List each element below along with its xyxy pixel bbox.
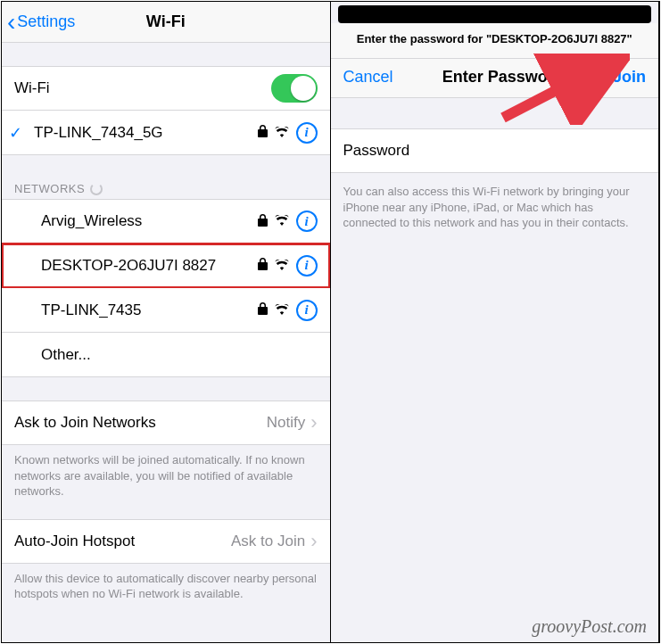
- wifi-toggle[interactable]: [271, 74, 318, 103]
- networks-section-header: NETWORKS: [2, 175, 330, 199]
- network-row-highlighted[interactable]: DESKTOP-2O6JU7I 8827 i: [2, 244, 330, 288]
- lock-icon: [258, 302, 268, 318]
- lock-icon: [258, 125, 268, 140]
- network-name: DESKTOP-2O6JU7I 8827: [41, 257, 251, 275]
- wifi-settings-pane: ‹ Settings Wi-Fi Wi-Fi ✓ TP-LINK_7434_5G: [2, 2, 331, 642]
- wifi-icon: [275, 213, 289, 229]
- password-row[interactable]: Password: [331, 128, 659, 173]
- auto-join-hotspot-row[interactable]: Auto-Join Hotspot Ask to Join ›: [2, 519, 330, 564]
- network-row[interactable]: TP-LINK_7435 i: [2, 288, 330, 333]
- info-icon[interactable]: i: [296, 255, 318, 277]
- info-icon[interactable]: i: [296, 211, 318, 232]
- other-network-row[interactable]: Other...: [2, 333, 330, 377]
- ask-to-join-value: Notify: [267, 414, 305, 432]
- password-help-text: You can also access this Wi-Fi network b…: [331, 173, 659, 238]
- cancel-button[interactable]: Cancel: [343, 68, 393, 87]
- chevron-right-icon: ›: [310, 411, 317, 434]
- network-name: Arvig_Wireless: [41, 212, 251, 230]
- password-dialog-pane: Enter the password for "DESKTOP-2O6JU7I …: [331, 2, 660, 642]
- ask-to-join-row[interactable]: Ask to Join Networks Notify ›: [2, 400, 330, 445]
- lock-icon: [258, 258, 268, 273]
- other-label: Other...: [41, 346, 318, 364]
- lock-icon: [258, 214, 268, 229]
- connected-network-row[interactable]: ✓ TP-LINK_7434_5G i: [2, 111, 330, 155]
- auto-join-footer: Allow this device to automatically disco…: [2, 564, 330, 609]
- check-icon: ✓: [9, 123, 29, 143]
- network-name: TP-LINK_7435: [41, 301, 251, 319]
- dialog-action-bar: Cancel Enter Password Join: [331, 59, 659, 98]
- password-input[interactable]: [420, 142, 646, 160]
- back-icon[interactable]: ‹: [7, 10, 15, 35]
- auto-join-value: Ask to Join: [231, 533, 305, 550]
- connected-network-name: TP-LINK_7434_5G: [34, 124, 251, 142]
- ask-to-join-footer: Known networks will be joined automatica…: [2, 445, 330, 507]
- wifi-icon: [275, 125, 289, 141]
- auto-join-label: Auto-Join Hotspot: [14, 533, 231, 550]
- wifi-label: Wi-Fi: [14, 79, 271, 97]
- wifi-icon: [275, 258, 289, 274]
- chevron-right-icon: ›: [310, 530, 317, 553]
- join-button[interactable]: Join: [613, 68, 646, 87]
- info-icon[interactable]: i: [296, 300, 318, 321]
- password-label: Password: [343, 142, 410, 160]
- watermark: groovyPost.com: [532, 616, 647, 637]
- back-button[interactable]: Settings: [17, 12, 75, 31]
- spinner-icon: [90, 183, 103, 195]
- dialog-prompt: Enter the password for "DESKTOP-2O6JU7I …: [331, 23, 659, 59]
- nav-header: ‹ Settings Wi-Fi: [2, 2, 330, 43]
- wifi-icon: [275, 302, 289, 318]
- wifi-toggle-row[interactable]: Wi-Fi: [2, 66, 330, 111]
- network-row[interactable]: Arvig_Wireless i: [2, 199, 330, 244]
- info-icon[interactable]: i: [296, 122, 318, 144]
- dialog-title: Enter Password: [442, 68, 564, 87]
- status-bar: [338, 5, 652, 23]
- ask-to-join-label: Ask to Join Networks: [14, 414, 267, 432]
